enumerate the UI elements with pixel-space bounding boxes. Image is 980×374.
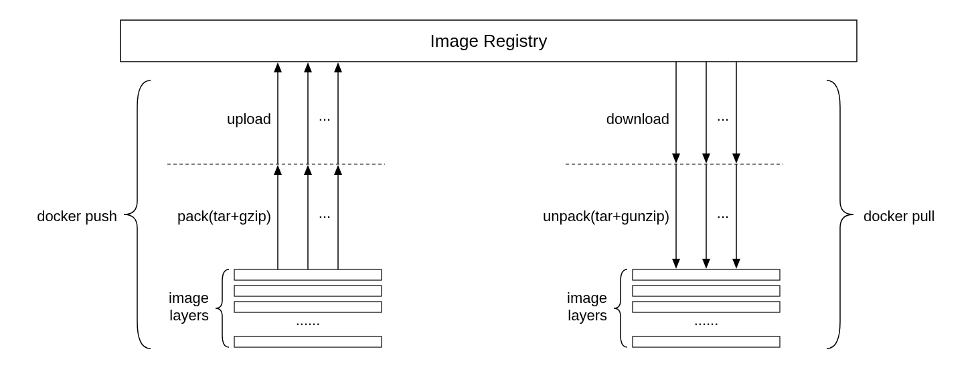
push-layers-brace	[216, 269, 229, 347]
svg-rect-3	[234, 336, 382, 347]
push-upload-label: upload	[227, 111, 271, 127]
pull-download-ellipsis: ···	[717, 111, 729, 127]
pull-layers-ellipsis: ······	[694, 315, 719, 332]
push-layers-ellipsis: ······	[296, 315, 321, 332]
push-outer-label: docker push	[37, 208, 117, 225]
svg-rect-7	[633, 336, 780, 347]
pull-unpack-label: unpack(tar+gunzip)	[543, 208, 669, 225]
pull-download-label: download	[606, 111, 669, 127]
svg-rect-5	[633, 286, 780, 296]
push-pack-label: pack(tar+gzip)	[177, 208, 271, 225]
pull-outer-brace	[827, 80, 853, 349]
svg-rect-4	[633, 269, 780, 280]
svg-rect-2	[234, 302, 382, 312]
push-pack-ellipsis: ···	[319, 208, 331, 225]
pull-layers-stack: ······	[633, 269, 780, 347]
pull-outer-label: docker pull	[864, 208, 934, 225]
push-outer-brace	[124, 80, 151, 349]
push-layers-stack: ······	[234, 269, 382, 347]
svg-rect-0	[234, 269, 382, 280]
svg-rect-6	[633, 302, 780, 312]
registry-title: Image Registry	[430, 31, 548, 51]
pull-layers-brace	[614, 269, 627, 347]
pull-unpack-ellipsis: ···	[717, 208, 729, 225]
pull-layers-label-2: layers	[568, 307, 607, 324]
push-layers-label-2: layers	[169, 307, 209, 324]
svg-rect-1	[234, 286, 382, 296]
diagram-root: Image Registry upload ··· pack(tar+gzip)…	[0, 0, 980, 374]
push-upload-ellipsis: ···	[319, 111, 331, 127]
push-layers-label-1: image	[169, 290, 209, 306]
pull-layers-label-1: image	[567, 290, 607, 306]
